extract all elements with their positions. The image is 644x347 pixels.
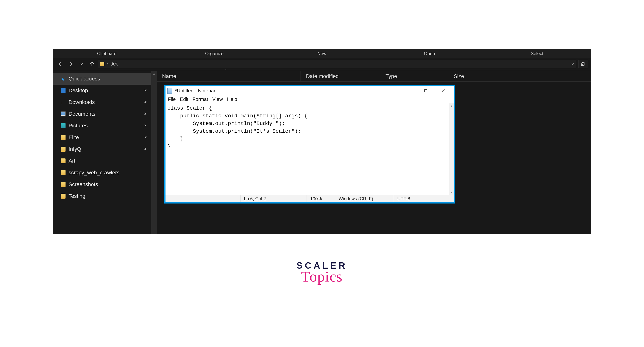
ribbon-tab-organize[interactable]: Organize [160,51,268,56]
arrow-up-icon [90,62,94,66]
pin-icon: ✦ [142,111,148,117]
sidebar-item-label: Documents [68,111,96,117]
pin-icon: ✦ [142,146,148,152]
arrow-right-icon [68,62,73,66]
pin-icon: ✦ [142,134,148,140]
folder-icon [60,170,66,175]
star-icon: ★ [60,76,66,81]
address-bar[interactable]: › Art [98,60,576,68]
minimize-button[interactable] [400,87,417,95]
chevron-down-icon [79,62,83,66]
column-type[interactable]: Type [380,71,448,82]
sidebar-item-label: Testing [68,193,86,199]
sidebar-item-label: InfyQ [68,146,81,152]
sidebar-item-documents[interactable]: Documents✦ [53,108,151,120]
notepad-app-icon [168,88,172,94]
pic-icon [60,123,66,128]
notepad-titlebar[interactable]: *Untitled - Notepad [166,86,454,96]
sidebar-item-label: Quick access [68,76,100,82]
column-name[interactable]: Name [157,71,301,82]
sidebar-item-pictures[interactable]: Pictures✦ [53,120,151,132]
recent-dropdown[interactable] [77,60,86,68]
notepad-title: *Untitled - Notepad [175,88,400,94]
sidebar-item-label: Elite [68,134,79,140]
sidebar-item-label: Desktop [68,88,88,94]
ribbon-tab-select[interactable]: Select [483,51,591,56]
scaler-logo: SCALER Topics [288,260,356,285]
notepad-textarea[interactable]: class Scaler { public static void main(S… [166,103,449,195]
breadcrumb-folder[interactable]: Art [111,61,118,67]
menu-format[interactable]: Format [192,96,208,102]
breadcrumb-separator: › [107,61,109,67]
desktop-icon [60,88,66,93]
close-icon [442,89,445,93]
sidebar: ★Quick accessDesktop✦↓Downloads✦Document… [53,71,157,234]
column-headers: Name Date modified Type Size [157,71,591,82]
folder-icon [60,135,66,140]
svg-rect-0 [424,90,427,92]
sidebar-item-label: scrapy_web_crawlers [68,170,120,176]
folder-icon [60,158,66,163]
ribbon: Clipboard Organize New Open Select [53,49,591,58]
sidebar-item-label: Screenshots [68,181,98,188]
sidebar-item-infyq[interactable]: InfyQ✦ [53,143,151,155]
notepad-scrollbar[interactable] [449,103,454,195]
sidebar-item-art[interactable]: Art [53,155,151,167]
refresh-icon [581,62,586,66]
menu-help[interactable]: Help [227,96,237,102]
sidebar-item-label: Downloads [68,99,95,105]
sidebar-item-scrapy-web-crawlers[interactable]: scrapy_web_crawlers [53,167,151,178]
sidebar-item-label: Pictures [68,123,88,129]
minimize-icon [406,89,410,93]
status-position: Ln 6, Col 2 [240,195,306,202]
navigation-bar: › Art [53,58,591,70]
pin-icon: ✦ [142,99,148,105]
sidebar-scrollbar[interactable] [151,71,156,234]
column-size[interactable]: Size [448,71,492,82]
sidebar-item-screenshots[interactable]: Screenshots [53,178,151,190]
refresh-button[interactable] [578,60,588,68]
pin-icon: ✦ [142,123,148,129]
explorer-window: Clipboard Organize New Open Select › Art [53,49,591,234]
ribbon-tab-clipboard[interactable]: Clipboard [53,51,160,56]
file-pane: Name Date modified Type Size *Untitled -… [157,71,591,234]
ribbon-tab-new[interactable]: New [268,51,376,56]
notepad-window[interactable]: *Untitled - Notepad File Edit Format [164,85,455,204]
menu-edit[interactable]: Edit [180,96,188,102]
sidebar-item-desktop[interactable]: Desktop✦ [53,84,151,96]
up-button[interactable] [88,60,96,68]
column-date[interactable]: Date modified [301,71,380,82]
pin-icon: ✦ [142,88,148,94]
folder-icon [60,147,66,152]
notepad-menubar: File Edit Format View Help [166,96,454,103]
status-zoom: 100% [306,195,335,202]
maximize-button[interactable] [417,87,434,95]
sidebar-item-elite[interactable]: Elite✦ [53,132,151,143]
doc-icon [60,112,66,116]
folder-icon [60,182,66,187]
menu-file[interactable]: File [168,96,176,102]
sidebar-item-downloads[interactable]: ↓Downloads✦ [53,96,151,108]
folder-icon [100,62,104,66]
arrow-left-icon [58,62,62,66]
notepad-statusbar: Ln 6, Col 2 100% Windows (CRLF) UTF-8 [166,195,454,202]
forward-button[interactable] [66,60,75,68]
close-button[interactable] [434,87,452,95]
maximize-icon [424,89,428,92]
status-eol: Windows (CRLF) [335,195,394,202]
status-encoding: UTF-8 [394,195,454,202]
folder-icon [60,194,66,198]
chevron-down-icon[interactable] [570,62,574,66]
sidebar-item-quick-access[interactable]: ★Quick access [53,73,151,84]
sidebar-item-testing[interactable]: Testing [53,190,151,202]
back-button[interactable] [56,60,64,68]
down-icon: ↓ [60,100,66,105]
ribbon-tab-open[interactable]: Open [376,51,483,56]
menu-view[interactable]: View [212,96,223,102]
sidebar-item-label: Art [68,158,75,164]
